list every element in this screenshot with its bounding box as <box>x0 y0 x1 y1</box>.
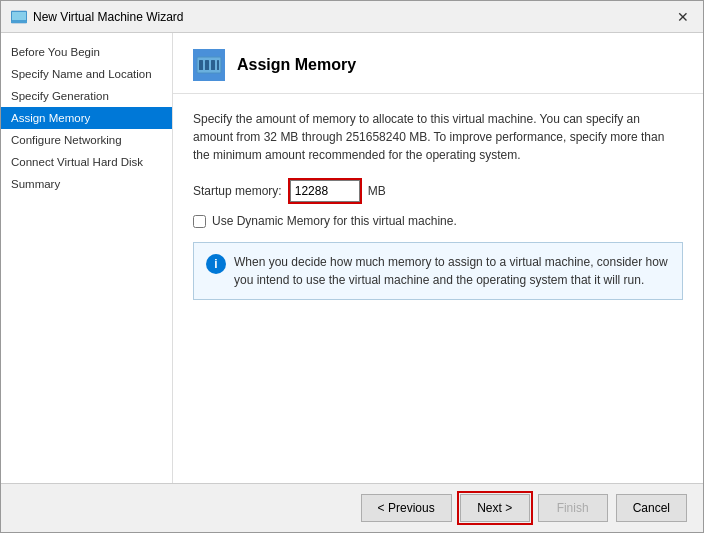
content-area: Before You BeginSpecify Name and Locatio… <box>1 33 703 483</box>
sidebar-item-specify-generation[interactable]: Specify Generation <box>1 85 172 107</box>
sidebar-item-configure-networking[interactable]: Configure Networking <box>1 129 172 151</box>
previous-button[interactable]: < Previous <box>361 494 452 522</box>
svg-rect-1 <box>12 12 26 20</box>
main-panel: Assign Memory Specify the amount of memo… <box>173 33 703 483</box>
title-bar: New Virtual Machine Wizard ✕ <box>1 1 703 33</box>
mb-label: MB <box>368 184 386 198</box>
memory-icon <box>195 51 223 79</box>
dynamic-memory-checkbox[interactable] <box>193 215 206 228</box>
sidebar-item-specify-name-location[interactable]: Specify Name and Location <box>1 63 172 85</box>
page-body: Specify the amount of memory to allocate… <box>173 94 703 483</box>
startup-memory-row: Startup memory: MB <box>193 180 683 202</box>
info-box: i When you decide how much memory to ass… <box>193 242 683 300</box>
dynamic-memory-row[interactable]: Use Dynamic Memory for this virtual mach… <box>193 214 683 228</box>
startup-memory-label: Startup memory: <box>193 184 282 198</box>
description-text: Specify the amount of memory to allocate… <box>193 110 683 164</box>
sidebar: Before You BeginSpecify Name and Locatio… <box>1 33 173 483</box>
title-bar-text: New Virtual Machine Wizard <box>33 10 184 24</box>
page-header-icon <box>193 49 225 81</box>
close-button[interactable]: ✕ <box>673 9 693 25</box>
finish-button[interactable]: Finish <box>538 494 608 522</box>
dynamic-memory-label[interactable]: Use Dynamic Memory for this virtual mach… <box>212 214 457 228</box>
svg-rect-5 <box>205 60 209 70</box>
sidebar-item-assign-memory[interactable]: Assign Memory <box>1 107 172 129</box>
sidebar-item-before-you-begin[interactable]: Before You Begin <box>1 41 172 63</box>
info-text: When you decide how much memory to assig… <box>234 253 670 289</box>
wizard-icon <box>11 9 27 25</box>
sidebar-item-summary[interactable]: Summary <box>1 173 172 195</box>
wizard-window: New Virtual Machine Wizard ✕ Before You … <box>0 0 704 533</box>
sidebar-item-connect-virtual-hard-disk[interactable]: Connect Virtual Hard Disk <box>1 151 172 173</box>
svg-rect-7 <box>217 60 219 70</box>
svg-rect-6 <box>211 60 215 70</box>
svg-rect-2 <box>11 21 27 23</box>
page-header: Assign Memory <box>173 33 703 94</box>
title-bar-left: New Virtual Machine Wizard <box>11 9 184 25</box>
startup-memory-input[interactable] <box>290 180 360 202</box>
cancel-button[interactable]: Cancel <box>616 494 687 522</box>
footer: < Previous Next > Finish Cancel <box>1 483 703 532</box>
info-icon: i <box>206 254 226 274</box>
next-button[interactable]: Next > <box>460 494 530 522</box>
page-title: Assign Memory <box>237 56 356 74</box>
svg-rect-4 <box>199 60 203 70</box>
